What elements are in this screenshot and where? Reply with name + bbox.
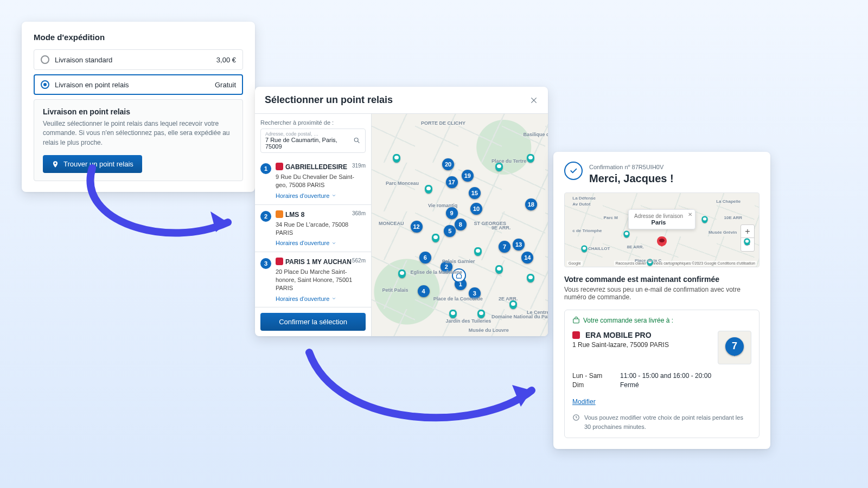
opening-hours-toggle[interactable]: Horaires d'ouverture — [276, 296, 336, 302]
poi-icon — [744, 238, 750, 245]
relay-result[interactable]: 3PARIS 1 MY AUCHAN562m20 Place Du Marche… — [255, 252, 371, 307]
order-number: Confirmation nº 87R5UIH0V — [589, 164, 663, 170]
carrier-icon — [572, 331, 580, 339]
option-label: Livraison standard — [55, 56, 112, 64]
svg-marker-4 — [512, 385, 532, 407]
map-pin[interactable]: 4 — [418, 285, 430, 297]
thank-you-title: Merci, Jacques ! — [589, 172, 674, 185]
shipping-mode-card: Mode d'expédition Livraison standard 3,0… — [22, 22, 255, 192]
map-text-label: Jardin des Tuileries — [446, 318, 492, 324]
opening-hours-toggle[interactable]: Horaires d'ouverture — [276, 192, 336, 199]
map-pin[interactable]: 10 — [470, 203, 482, 215]
relay-result[interactable]: 2LMS 8368m34 Rue De L'arcade, 75008 PARI… — [255, 204, 371, 252]
radio-icon — [41, 80, 49, 89]
section-title: Mode d'expédition — [34, 33, 243, 42]
confirmed-title: Votre commande est maintenant confirmée — [564, 275, 760, 284]
confirm-selection-button[interactable]: Confirmer la sélection — [260, 313, 366, 331]
shipping-option-standard[interactable]: Livraison standard 3,00 € — [34, 49, 243, 70]
modify-link[interactable]: Modifier — [572, 398, 596, 406]
flow-arrow-2 — [293, 336, 553, 445]
map-text-label: Place de la Concorde — [433, 296, 483, 301]
result-number-badge: 2 — [260, 211, 271, 222]
map-text-label: Petit Palais — [382, 287, 409, 293]
search-icon[interactable] — [353, 137, 361, 144]
close-icon[interactable]: ✕ — [688, 211, 692, 217]
svg-point-0 — [355, 138, 359, 142]
delivery-map[interactable]: ✕ Adresse de livraison Paris + − Google … — [564, 192, 760, 267]
zoom-in-button[interactable]: + — [741, 225, 754, 238]
map-text-label: Place de la C — [635, 258, 661, 263]
relay-result[interactable]: 1GABRIELLEDESIRE319m9 Rue Du Chevalier D… — [255, 157, 371, 204]
map-pin[interactable]: 6 — [419, 252, 431, 264]
search-placeholder: Adresse, code postal, … — [265, 131, 353, 137]
relay-pin-thumbnail: 7 — [718, 331, 751, 364]
relay-selector-modal: Sélectionner un point relais Rechercher … — [255, 87, 548, 336]
confirmation-card: Confirmation nº 87R5UIH0V Merci, Jacques… — [553, 152, 770, 449]
carrier-icon — [276, 163, 283, 170]
map-pin[interactable]: 17 — [446, 176, 458, 188]
map-text-label: MONCEAU — [379, 221, 404, 226]
map-text-label: Musée Grévin — [709, 230, 737, 235]
map-text-label: Basilique d — [524, 132, 548, 137]
search-input[interactable]: Adresse, code postal, … 7 Rue de Caumart… — [260, 129, 366, 153]
map-text-label: La Défense — [572, 196, 596, 201]
poi-icon — [393, 154, 400, 163]
map-pin[interactable]: 5 — [444, 225, 456, 237]
close-icon[interactable] — [529, 96, 538, 105]
carrier-icon — [276, 258, 283, 265]
checkmark-icon — [564, 162, 583, 180]
location-pin-icon — [657, 236, 667, 246]
map-text-label: La Chapelle — [716, 199, 741, 204]
map-pin[interactable]: 12 — [411, 221, 423, 233]
map-text-label: Eglise de la Madeleine — [411, 269, 463, 275]
poi-icon — [509, 300, 517, 309]
map-text-label: 9E ARR. — [492, 225, 510, 230]
results-list[interactable]: 1GABRIELLEDESIRE319m9 Rue Du Chevalier D… — [255, 157, 371, 307]
map-pin[interactable]: 18 — [525, 198, 537, 210]
option-price: 3,00 € — [216, 56, 236, 64]
poi-icon — [495, 265, 503, 274]
map-text-label: PORTE DE CLICHY — [421, 120, 465, 126]
result-address: 9 Rue Du Chevalier De Saint-geo, 75008 P… — [276, 173, 366, 189]
pin-number: 7 — [725, 337, 744, 356]
modal-title: Sélectionner un point relais — [265, 94, 393, 106]
schedule-row: DimFermé — [572, 381, 751, 389]
relay-address: 1 Rue Saint-lazare, 75009 PARIS — [572, 341, 711, 349]
map[interactable]: 123456789101213141517181920PORTE DE CLIC… — [372, 114, 548, 336]
schedule-row: Lun - Sam11:00 - 15:00 and 16:00 - 20:00 — [572, 372, 751, 380]
poi-icon — [527, 154, 534, 163]
poi-icon — [527, 274, 534, 282]
radio-icon — [41, 55, 49, 64]
poi-icon — [474, 247, 482, 256]
map-pin[interactable]: 9 — [446, 207, 458, 219]
modify-hint: Vous pouvez modifier votre choix de poin… — [572, 413, 751, 431]
bubble-title: Adresse de livraison — [634, 213, 683, 219]
pin-icon — [52, 160, 59, 168]
search-block: Rechercher à proximité de : Adresse, cod… — [255, 114, 371, 157]
poi-icon — [701, 216, 707, 223]
map-pin[interactable]: 20 — [442, 158, 454, 170]
map-pin[interactable]: 14 — [521, 252, 533, 264]
result-address: 20 Place Du Marche Saint-honore, Saint H… — [276, 268, 366, 292]
map-text-label: Place du Tertre — [492, 158, 526, 164]
option-label: Livraison en point relais — [55, 81, 129, 89]
opening-hours-toggle[interactable]: Horaires d'ouverture — [276, 240, 336, 246]
map-pin[interactable]: 13 — [513, 239, 525, 251]
find-relay-button[interactable]: Trouver un point relais — [43, 155, 142, 173]
svg-rect-1 — [573, 319, 579, 323]
map-pin[interactable]: 8 — [455, 219, 467, 230]
map-text-label: 10E ARR — [724, 215, 743, 220]
map-pin[interactable]: 7 — [499, 241, 510, 253]
delivery-details-box: Votre commande sera livrée à : ERA MOBIL… — [564, 310, 760, 438]
relay-info-box: Livraison en point relais Veuillez sélec… — [34, 99, 243, 181]
shipping-option-relay[interactable]: Livraison en point relais Gratuit — [34, 74, 243, 95]
relay-info-text: Veuillez sélectionner le point relais da… — [43, 119, 234, 147]
result-distance: 562m — [352, 258, 366, 264]
poi-icon — [398, 269, 406, 278]
map-text-label: 8E ARR. — [627, 245, 644, 249]
map-text-label: Parc M — [604, 215, 618, 220]
map-pin[interactable]: 15 — [469, 187, 481, 199]
poi-icon — [624, 231, 630, 238]
map-pin[interactable]: 19 — [462, 170, 474, 182]
results-column: Rechercher à proximité de : Adresse, cod… — [255, 114, 372, 336]
